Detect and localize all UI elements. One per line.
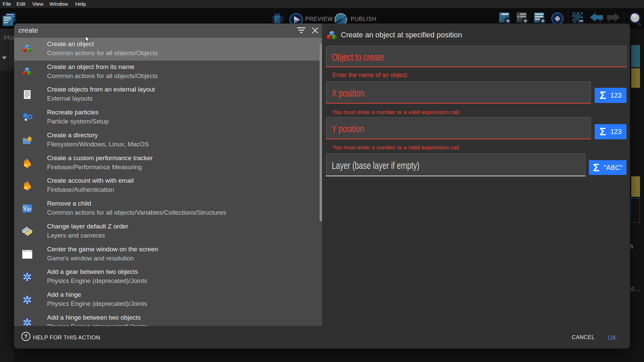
svg-text:Var: Var [23,206,32,212]
svg-text:?: ? [24,334,28,339]
